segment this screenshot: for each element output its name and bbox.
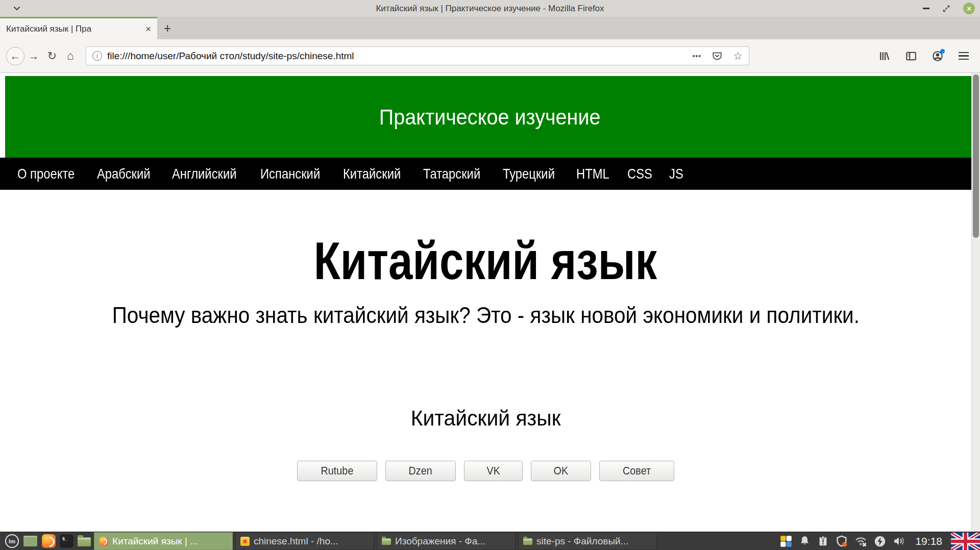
nav-link-english[interactable]: Английский <box>172 166 237 182</box>
button-sovet[interactable]: Совет <box>599 461 674 481</box>
new-tab-button[interactable]: + <box>157 17 178 39</box>
firewall-shield-icon[interactable] <box>836 535 848 547</box>
tab-title: Китайский язык | Пра <box>6 24 143 34</box>
volume-icon[interactable] <box>893 535 905 547</box>
folder-icon <box>523 538 532 545</box>
library-icon[interactable] <box>879 51 890 62</box>
workspace-colors-icon[interactable] <box>780 535 792 547</box>
url-text[interactable]: file:///home/user/Рабочий стол/study/sit… <box>107 51 692 62</box>
chevron-down-icon[interactable] <box>13 6 20 11</box>
folder-icon <box>382 538 391 545</box>
window-controls: × <box>923 0 975 17</box>
nav-link-arabic[interactable]: Арабский <box>97 166 151 182</box>
mint-menu-icon[interactable]: lm <box>5 534 19 548</box>
scrollbar-thumb[interactable] <box>973 74 979 238</box>
share-buttons-row: Rutube Dzen VK OK Совет <box>0 461 971 481</box>
nav-link-spanish[interactable]: Испанский <box>260 166 320 182</box>
titlebar: Китайский язык | Практическое изучение -… <box>0 0 980 17</box>
forward-button[interactable]: → <box>24 47 43 65</box>
account-notification-dot <box>940 49 945 54</box>
close-button[interactable]: × <box>963 3 975 14</box>
pocket-icon[interactable] <box>712 51 723 62</box>
taskbar: lm $_ Китайский язык | ... chinese.html … <box>0 532 980 550</box>
nav-link-js[interactable]: JS <box>669 166 683 182</box>
tab-close-icon[interactable]: × <box>143 23 153 35</box>
keyboard-layout-flag-icon[interactable] <box>951 533 980 550</box>
url-bar[interactable]: i file:///home/user/Рабочий стол/study/s… <box>86 46 749 65</box>
page-subheading: Китайский язык <box>0 407 971 429</box>
taskbar-window-editor[interactable]: chinese.html - /ho... <box>235 532 374 550</box>
page-nav: О проекте Арабский Английский Испанский … <box>0 158 980 190</box>
button-vk[interactable]: VK <box>464 461 523 481</box>
bookmark-star-icon[interactable]: ☆ <box>733 50 743 62</box>
firefox-window: Китайский язык | Практическое изучение -… <box>0 0 980 550</box>
window-title: Китайский язык | Практическое изучение -… <box>0 4 980 14</box>
button-ok[interactable]: OK <box>531 461 591 481</box>
reload-button[interactable]: ↻ <box>43 47 61 65</box>
button-rutube[interactable]: Rutube <box>297 461 377 481</box>
maximize-button[interactable] <box>943 5 950 12</box>
taskbar-window-images[interactable]: Изображения - Фа... <box>377 532 516 550</box>
system-tray: 19:18 <box>780 533 980 550</box>
navigation-toolbar: ← → ↻ ⌂ i file:///home/user/Рабочий стол… <box>0 39 980 73</box>
account-icon[interactable] <box>932 51 943 62</box>
firefox-icon <box>99 537 108 546</box>
show-desktop-icon[interactable] <box>23 536 37 546</box>
banner-title: Практическое изучение <box>379 105 601 130</box>
taskbar-window-siteps[interactable]: site-ps - Файловый... <box>518 532 657 550</box>
back-button[interactable]: ← <box>6 47 24 65</box>
wifi-disconnected-icon[interactable] <box>854 535 867 547</box>
update-manager-icon[interactable] <box>817 535 829 547</box>
home-button[interactable]: ⌂ <box>61 47 80 65</box>
site-info-icon[interactable]: i <box>92 51 102 61</box>
power-manager-icon[interactable] <box>874 535 886 547</box>
nav-link-tatar[interactable]: Татарский <box>423 166 480 182</box>
taskbar-launchers: lm $_ <box>5 534 91 548</box>
nav-link-chinese[interactable]: Китайский <box>343 166 401 182</box>
nav-link-css[interactable]: CSS <box>627 166 652 182</box>
scrollbar-track[interactable] <box>971 73 980 532</box>
clock[interactable]: 19:18 <box>915 535 942 547</box>
terminal-icon[interactable]: $_ <box>60 535 73 547</box>
nav-link-html[interactable]: HTML <box>576 166 609 182</box>
file-manager-icon[interactable] <box>78 537 91 546</box>
minimize-button[interactable] <box>923 8 929 9</box>
tab-bar: Китайский язык | Пра × + <box>0 17 980 39</box>
url-actions: ••• ☆ <box>692 50 743 62</box>
page-heading: Китайский язык <box>0 234 971 287</box>
page-paragraph: Почему важно знать китайский язык? Это -… <box>0 304 971 327</box>
nav-link-about[interactable]: О проекте <box>17 166 75 182</box>
tab-chinese-language[interactable]: Китайский язык | Пра × <box>0 17 157 39</box>
taskbar-window-list: Китайский язык | ... chinese.html - /ho.… <box>94 532 657 550</box>
taskbar-window-firefox[interactable]: Китайский язык | ... <box>94 532 233 550</box>
menu-icon[interactable] <box>959 52 969 60</box>
sidebar-icon[interactable] <box>905 51 917 62</box>
page-banner: Практическое изучение <box>5 76 975 158</box>
page-content: Практическое изучение О проекте Арабский… <box>0 73 980 532</box>
page-actions-icon[interactable]: ••• <box>692 52 701 60</box>
firefox-launcher-icon[interactable] <box>42 534 56 548</box>
text-editor-icon <box>240 537 250 546</box>
nav-link-turkish[interactable]: Турецкий <box>503 166 555 182</box>
notifications-bell-icon[interactable] <box>799 535 811 547</box>
button-dzen[interactable]: Dzen <box>385 461 455 481</box>
toolbar-right-icons <box>879 51 974 62</box>
